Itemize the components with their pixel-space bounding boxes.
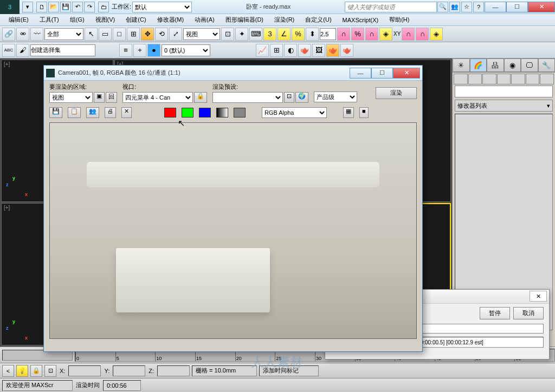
minimize-button[interactable]: —	[485, 2, 506, 12]
link-button[interactable]: 🔗	[2, 28, 15, 41]
channel-select[interactable]: RGB Alpha	[262, 107, 327, 118]
red-channel-button[interactable]	[164, 108, 176, 117]
isolate-button[interactable]: ⊡	[44, 365, 56, 377]
quick-render-button[interactable]: 🫖	[326, 44, 339, 57]
render-preset-select[interactable]	[212, 92, 283, 103]
render-maximize-button[interactable]: ☐	[371, 68, 393, 79]
pause-button[interactable]: 暂停	[480, 307, 510, 319]
menu-graph[interactable]: 图形编辑器(D)	[220, 15, 269, 25]
area-to-render-select[interactable]: 视图	[49, 92, 93, 103]
select-object-button[interactable]: ↖	[85, 28, 98, 41]
print-button[interactable]: 🖨	[105, 107, 116, 118]
maximize-button[interactable]: ☐	[506, 2, 528, 12]
layer-select[interactable]: 0 (默认)	[162, 44, 210, 56]
render-minimize-button[interactable]: —	[350, 68, 371, 79]
lock-button[interactable]: 🔒	[30, 365, 42, 377]
app-menu-button[interactable]: ▾	[22, 2, 33, 12]
sub-5[interactable]	[511, 74, 525, 84]
viewport-select[interactable]: 四元菜单 4 - Can	[122, 92, 193, 103]
sub-7[interactable]	[540, 74, 554, 84]
render-button[interactable]: 渲染	[376, 87, 417, 99]
lock-selection-button[interactable]: 💡	[16, 365, 28, 377]
menu-help[interactable]: 帮助(H)	[384, 15, 415, 25]
move-button[interactable]: ✥	[141, 28, 154, 41]
align-button[interactable]: ∩	[365, 28, 378, 41]
production-select[interactable]: 产品级	[314, 92, 357, 102]
edit-region-button[interactable]: ▣	[94, 92, 105, 103]
sub-4[interactable]	[497, 74, 511, 84]
x-input[interactable]	[68, 365, 101, 376]
render-frame-button[interactable]: 🖼	[312, 44, 325, 57]
save-image-button[interactable]: 💾	[49, 107, 62, 118]
auto-region-button[interactable]: 回	[106, 92, 117, 103]
named-selection-input[interactable]	[30, 44, 95, 56]
modify-tab[interactable]: 🌈	[470, 58, 487, 72]
new-button[interactable]: 🗋	[36, 2, 47, 12]
undo-button[interactable]: ↶	[72, 2, 83, 12]
y-input[interactable]	[113, 365, 145, 376]
mono-channel-button[interactable]	[234, 108, 246, 117]
menu-edit[interactable]: 编辑(E)	[3, 15, 34, 25]
display-tab[interactable]: 🖵	[521, 58, 538, 72]
menu-modifiers[interactable]: 修改器(M)	[152, 15, 190, 25]
save-button[interactable]: 💾	[60, 2, 71, 12]
green-channel-button[interactable]	[182, 108, 193, 117]
layer-button[interactable]: ◈	[379, 28, 392, 41]
spinner-value-input[interactable]	[320, 28, 336, 40]
lock-viewport-button[interactable]: 🔒	[194, 92, 207, 103]
snap-2-button[interactable]: ∩	[416, 28, 429, 41]
material-editor-button[interactable]: ◐	[284, 44, 297, 57]
rotate-button[interactable]: ⟲	[155, 28, 168, 41]
selection-filter-select[interactable]: 全部	[44, 28, 83, 40]
cancel-button[interactable]: 取消	[513, 307, 544, 319]
create-tab[interactable]: ✳	[453, 58, 470, 72]
blue-channel-button[interactable]	[199, 108, 211, 117]
help-button[interactable]: ?	[473, 2, 484, 12]
render-output-canvas[interactable]	[49, 122, 417, 339]
sub-3[interactable]	[482, 74, 496, 84]
utilities-tab[interactable]: 🔧	[538, 58, 556, 72]
object-name-input[interactable]	[455, 86, 553, 97]
layer-props-button[interactable]: ●	[147, 44, 160, 57]
toggle-ui-button[interactable]: ■	[359, 107, 369, 118]
project-button[interactable]: 🗀	[98, 2, 109, 12]
mirror-button[interactable]: %	[351, 28, 364, 41]
modifier-list-dropdown[interactable]: 修改器列表 ▾	[455, 100, 553, 112]
redo-button[interactable]: ↷	[84, 2, 95, 12]
spinner-snap-button[interactable]: ⬍	[306, 28, 319, 41]
copy-image-button[interactable]: 📋	[68, 107, 81, 118]
menu-animation[interactable]: 动画(A)	[189, 15, 220, 25]
clone-button[interactable]: 👥	[86, 107, 99, 118]
angle-snap-button[interactable]: ∠	[278, 28, 291, 41]
select-region-button[interactable]: □	[113, 28, 126, 41]
snap-toggle-button[interactable]: 3	[263, 28, 276, 41]
window-crossing-button[interactable]: ⊞	[127, 28, 140, 41]
render-setup-button-2[interactable]: ⊡	[284, 92, 294, 103]
use-center-button[interactable]: ⊡	[221, 28, 234, 41]
sub-1[interactable]	[454, 74, 468, 84]
menu-customize[interactable]: 自定义(U)	[300, 15, 337, 25]
sub-6[interactable]	[526, 74, 540, 84]
environment-button[interactable]: 🌍	[295, 92, 308, 103]
toggle-overlay-button[interactable]: ▦	[343, 107, 354, 118]
abc-button[interactable]: ABC	[2, 44, 15, 57]
communication-button[interactable]: 👥	[449, 2, 460, 12]
render-close-button[interactable]: ✕	[393, 68, 420, 79]
hierarchy-tab[interactable]: 品	[487, 58, 504, 72]
menu-group[interactable]: 组(G)	[64, 15, 90, 25]
menu-create[interactable]: 创建(C)	[120, 15, 151, 25]
sub-2[interactable]	[468, 74, 482, 84]
menu-maxscript[interactable]: MAXScript(X)	[337, 16, 384, 24]
search-button[interactable]: 🔍	[437, 2, 448, 12]
maxscript-mini-button[interactable]: <	[2, 365, 14, 377]
unlink-button[interactable]: ⚮	[16, 28, 29, 41]
scale-button[interactable]: ⤢	[169, 28, 182, 41]
alpha-channel-button[interactable]	[216, 108, 228, 117]
motion-tab[interactable]: ◉	[504, 58, 521, 72]
favorite-button[interactable]: ☆	[461, 2, 472, 12]
refsys-select[interactable]: 视图	[183, 28, 220, 40]
snap-3-button[interactable]: ◈	[430, 28, 443, 41]
render-setup-button[interactable]: 🫖	[298, 44, 311, 57]
workspace-select[interactable]: 默认	[132, 2, 192, 12]
snap-xy-button[interactable]: ∩	[402, 28, 415, 41]
